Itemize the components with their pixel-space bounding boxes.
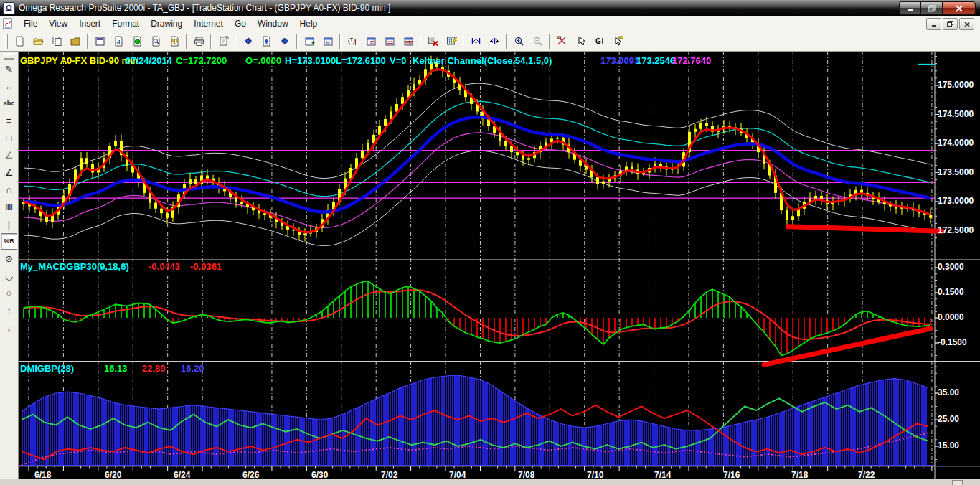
- prop-icon: [218, 36, 229, 47]
- dmi-adx-area: [22, 375, 928, 466]
- dmi-axis-label: 35.00: [938, 387, 959, 397]
- toolbar-fwd-button[interactable]: [275, 32, 294, 50]
- gridx-icon: [428, 36, 438, 47]
- toolbar-addwin-button[interactable]: [300, 32, 319, 50]
- close-button[interactable]: [942, 1, 976, 15]
- price-panel-plot: [18, 56, 935, 246]
- dmi-axis-label: 15.00: [938, 441, 959, 451]
- toolbar-cursor2-button[interactable]: [608, 32, 627, 50]
- toolbar-separator: [235, 34, 236, 49]
- drawing-toolbar-grip[interactable]: [4, 53, 14, 60]
- up-arrow-tool[interactable]: ↑: [1, 302, 17, 319]
- toolbar-open-button[interactable]: [29, 32, 47, 50]
- menu-internet[interactable]: Internet: [188, 17, 229, 31]
- menu-drawing[interactable]: Drawing: [145, 17, 188, 31]
- extend-line-tool[interactable]: ↔: [1, 78, 17, 95]
- toolbar-chart-button[interactable]: [109, 32, 128, 50]
- fib-timezones-tool[interactable]: ||||: [1, 199, 17, 215]
- toolbar-folder-button[interactable]: [66, 32, 85, 50]
- macd-axis-label: 0.1500: [938, 287, 964, 297]
- toolbar-save-button[interactable]: [90, 32, 109, 50]
- toolbar-gridz-button[interactable]: [442, 32, 461, 50]
- rectangle-tool[interactable]: □: [1, 130, 17, 146]
- ellipse-icon: ○: [6, 288, 12, 298]
- toolbar-grip[interactable]: [4, 34, 8, 49]
- trendline-tool[interactable]: ✎: [1, 61, 17, 77]
- status-grip[interactable]: [952, 480, 963, 485]
- chart-workspace[interactable]: GBPJPY A0-FX BID-90 min 07/24/2014 C=172…: [0, 51, 980, 485]
- restore-button[interactable]: [920, 1, 942, 15]
- dmi-label: DMIGBP(28): [20, 363, 74, 374]
- vertical-line-tool[interactable]: |: [1, 216, 17, 232]
- mdi-minimize-button[interactable]: [926, 18, 941, 30]
- toolbar-check-button[interactable]: [128, 32, 146, 50]
- menu-file[interactable]: File: [18, 17, 43, 31]
- dmi-adx-value: 16.20: [181, 363, 204, 374]
- keltner-label: Keltner Channel(Close,54,1.5,0): [413, 55, 552, 66]
- speed-lines-tool[interactable]: ∠: [1, 164, 17, 181]
- mdi-close-button[interactable]: [959, 18, 974, 30]
- down-arrow-tool[interactable]: ↓: [1, 319, 17, 336]
- toolbar-gbar-button[interactable]: G: [590, 32, 608, 50]
- addwin-icon: [304, 36, 315, 47]
- price-axis-label: 172.5000: [938, 225, 974, 235]
- toolbar-spcw-button[interactable]: [485, 32, 504, 50]
- toolbar-win1-button[interactable]: [362, 32, 380, 50]
- save-icon: [95, 36, 105, 47]
- arc-tool[interactable]: ◡: [1, 268, 17, 284]
- svg-text:G: G: [595, 37, 601, 45]
- up-arrow-icon: ↑: [6, 306, 11, 315]
- trendline-icon: ✎: [5, 65, 13, 74]
- macd-value-2: -0.0361: [190, 261, 222, 272]
- menu-view[interactable]: View: [43, 17, 73, 31]
- menu-insert[interactable]: Insert: [73, 17, 106, 31]
- toolbar-winrows-button[interactable]: [380, 32, 399, 50]
- title-bar[interactable]: Ω Omega Research ProSuite 2000i - TA_GBJ…: [0, 0, 980, 16]
- close-value: C=172.7200: [176, 55, 227, 66]
- toolbar-mwin-button[interactable]: M: [319, 32, 337, 50]
- toolbar-separator: [210, 34, 212, 49]
- toolbar-spcn-button[interactable]: [466, 32, 485, 50]
- toolbar-cursor-button[interactable]: [571, 32, 590, 50]
- ellipse-tool[interactable]: ○: [1, 285, 17, 301]
- mdi-restore-button[interactable]: [943, 18, 958, 30]
- check-icon: [132, 36, 143, 47]
- chart-canvas[interactable]: [0, 51, 980, 485]
- menu-window[interactable]: Window: [252, 17, 294, 31]
- toolbar-find-button[interactable]: [146, 32, 165, 50]
- menu-bar: FileViewInsertFormatDrawingInternetGoWin…: [0, 16, 980, 32]
- percent-retracement-tool[interactable]: %R: [1, 233, 17, 250]
- toolbar-wingrid-button[interactable]: [399, 32, 418, 50]
- toolbar-balance-button[interactable]: [165, 32, 184, 50]
- menu-go[interactable]: Go: [229, 17, 252, 31]
- price-trendline: [788, 227, 942, 231]
- toolbar-print-button[interactable]: [189, 32, 208, 50]
- toolbar-separator: [339, 34, 341, 49]
- toolbar-prop-button[interactable]: [214, 32, 232, 50]
- fib-arcs-icon: ∩: [6, 185, 12, 194]
- cursor-icon: [575, 36, 586, 47]
- fib-arcs-tool[interactable]: ∩: [1, 182, 17, 198]
- menu-format[interactable]: Format: [106, 17, 145, 31]
- menu-help[interactable]: Help: [294, 17, 324, 31]
- toolbar-tools-button[interactable]: [552, 32, 571, 50]
- no-draw-tool[interactable]: ⊘: [1, 250, 17, 267]
- toolbar-back-button[interactable]: [238, 32, 257, 50]
- parallel-lines-tool[interactable]: ≡: [1, 113, 17, 129]
- print-icon: [194, 36, 204, 47]
- toolbar-separator: [186, 34, 187, 49]
- toolbar-new-button[interactable]: [10, 32, 29, 50]
- dmi-plus-value: 16.13: [104, 363, 128, 374]
- toolbar-copy-button[interactable]: [47, 32, 66, 50]
- toolbar-zin-button[interactable]: [509, 32, 528, 50]
- fwd-icon: [280, 36, 291, 47]
- gann-fan-tool[interactable]: ∠: [1, 147, 17, 164]
- toolbar-updoc-button[interactable]: [257, 32, 275, 50]
- gann-fan-icon: ∠: [5, 151, 14, 160]
- minimize-button[interactable]: [899, 1, 920, 15]
- toolbar-gridx-button[interactable]: [423, 32, 442, 50]
- toolbar-clock-button[interactable]: [343, 32, 362, 50]
- text-tool[interactable]: abc: [1, 95, 17, 112]
- dmi-axis-label: 25.00: [938, 414, 959, 424]
- new-icon: [14, 36, 25, 47]
